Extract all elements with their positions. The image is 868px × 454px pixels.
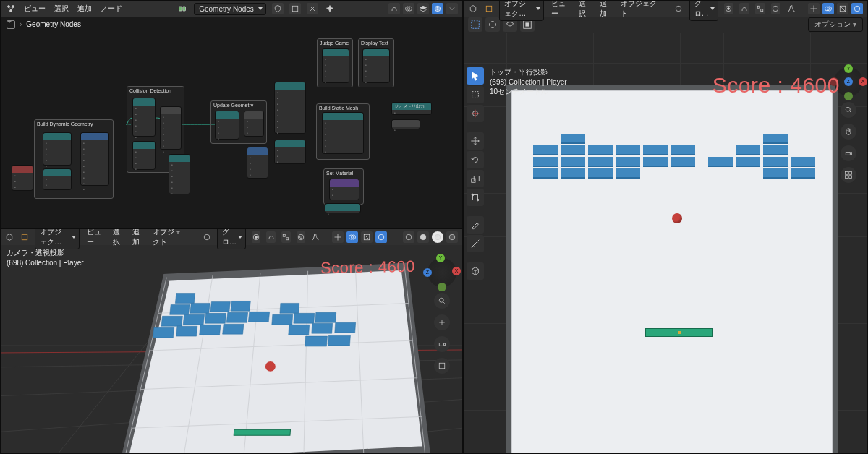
mode-icon[interactable] xyxy=(484,3,494,14)
node[interactable]: •••••• xyxy=(132,98,156,137)
overlay-toggle-icon[interactable] xyxy=(346,231,358,243)
viewport-shading-drop-icon[interactable] xyxy=(375,231,387,243)
menu-view[interactable]: ビュー xyxy=(550,0,571,20)
layers-icon[interactable] xyxy=(417,3,429,14)
cursor-tool[interactable] xyxy=(467,67,484,85)
menu-add[interactable]: 追加 xyxy=(598,0,613,20)
pivot-icon[interactable] xyxy=(252,231,261,243)
node-tree-type-icon[interactable] xyxy=(176,3,188,14)
globe-icon[interactable] xyxy=(432,3,443,14)
home-icon[interactable] xyxy=(7,20,15,29)
snap-toggle-icon[interactable] xyxy=(388,3,400,14)
node[interactable]: ••••••• xyxy=(160,106,182,150)
orientation-gizmo[interactable]: Y Z X xyxy=(427,258,456,287)
orientation-icon[interactable] xyxy=(673,3,684,14)
menu-select[interactable]: 選択 xyxy=(577,0,592,20)
node[interactable]: • xyxy=(391,119,420,129)
perspective-toggle-icon[interactable] xyxy=(434,358,450,374)
node-tree-selector[interactable]: Geometry Nodes xyxy=(194,3,266,15)
rotate-tool[interactable] xyxy=(467,151,484,168)
measure-tool[interactable] xyxy=(467,235,484,252)
node[interactable]: •••• xyxy=(247,147,268,179)
mode-selector[interactable]: オブジェク… xyxy=(499,0,544,21)
node[interactable]: • xyxy=(325,203,361,213)
node[interactable]: ジオメトリ出力• xyxy=(391,102,432,115)
menu-view[interactable]: ビュー xyxy=(22,2,47,15)
pivot-icon[interactable] xyxy=(724,3,734,14)
unknown-glyph-icon[interactable]: 八 xyxy=(786,3,796,14)
fake-user-icon[interactable] xyxy=(289,3,301,14)
pin-icon[interactable] xyxy=(324,3,336,14)
menu-select[interactable]: 選択 xyxy=(111,228,126,249)
editor-type-icon[interactable] xyxy=(5,231,14,243)
node[interactable]: •• xyxy=(43,168,72,190)
viewport-canvas-persp[interactable]: Score : 4600 xyxy=(1,245,462,453)
menu-object[interactable]: オブジェクト xyxy=(619,0,659,20)
node[interactable]: ••••••••• xyxy=(80,132,109,186)
editor-type-icon[interactable] xyxy=(5,3,17,14)
snap-icon[interactable] xyxy=(266,231,276,243)
cursor-3d-tool[interactable] xyxy=(467,105,484,122)
select-box-icon[interactable] xyxy=(468,17,482,32)
solid-shading-icon[interactable] xyxy=(417,231,429,243)
move-tool[interactable] xyxy=(467,132,484,150)
editor-type-icon[interactable] xyxy=(468,3,478,14)
node[interactable]: ••• xyxy=(244,111,264,137)
node[interactable]: ••••• xyxy=(43,132,72,166)
menu-view[interactable]: ビュー xyxy=(85,228,106,249)
orientation-selector[interactable]: グロ… xyxy=(689,0,718,21)
menu-select[interactable]: 選択 xyxy=(53,2,70,15)
menu-node[interactable]: ノード xyxy=(99,2,124,15)
camera-icon[interactable] xyxy=(841,145,856,161)
node[interactable]: •••••• xyxy=(322,112,364,154)
gizmo-toggle-icon[interactable] xyxy=(808,3,820,14)
zoom-icon[interactable] xyxy=(434,293,450,309)
add-cube-tool[interactable] xyxy=(467,262,484,280)
overlay-toggle-icon[interactable] xyxy=(403,3,414,14)
node[interactable]: •••••• xyxy=(169,154,190,194)
orientation-selector[interactable]: グロ… xyxy=(217,228,246,249)
proportional-icon[interactable] xyxy=(297,231,306,243)
rendered-shading-icon[interactable] xyxy=(446,231,458,243)
wireframe-shading-icon[interactable] xyxy=(403,231,414,243)
select-circle-icon[interactable] xyxy=(485,17,500,32)
annotate-tool[interactable] xyxy=(467,216,484,234)
orientation-icon[interactable] xyxy=(202,231,211,243)
unknown-glyph-icon[interactable]: 八 xyxy=(311,231,320,243)
proportional-icon[interactable] xyxy=(771,3,781,14)
node[interactable]: •• xyxy=(329,179,359,200)
node[interactable]: •••• xyxy=(215,111,239,140)
xray-icon[interactable] xyxy=(837,3,848,14)
scale-tool[interactable] xyxy=(467,170,484,187)
chevron-down-icon[interactable] xyxy=(446,3,458,14)
node[interactable]: ••••• xyxy=(322,48,349,83)
perspective-toggle-icon[interactable] xyxy=(841,167,856,183)
node[interactable]: ••• xyxy=(274,140,306,164)
snap-target-icon[interactable] xyxy=(755,3,765,14)
pan-icon[interactable] xyxy=(841,124,856,140)
node[interactable]: •••• xyxy=(132,141,156,170)
xray-icon[interactable] xyxy=(361,231,373,243)
viewport-canvas-top[interactable]: Y X Z トップ・平行投影 (698) Collection | Player… xyxy=(464,33,867,453)
node[interactable]: ••••• xyxy=(362,48,390,83)
material-shading-icon[interactable] xyxy=(432,231,443,243)
mode-icon[interactable] xyxy=(20,231,30,243)
transform-tool[interactable] xyxy=(467,189,484,206)
mode-selector[interactable]: オブジェク… xyxy=(35,228,80,249)
snap-target-icon[interactable] xyxy=(281,231,291,243)
node[interactable]: ••• xyxy=(12,165,33,191)
overlay-toggle-icon[interactable] xyxy=(822,3,834,14)
menu-add[interactable]: 追加 xyxy=(131,228,145,249)
viewport-options[interactable]: オプション ▾ xyxy=(808,17,863,32)
menu-add[interactable]: 追加 xyxy=(76,2,93,15)
menu-object[interactable]: オブジェクト xyxy=(151,228,188,249)
node-canvas[interactable]: Build Dynamic GeometryCollision Detectio… xyxy=(1,17,462,228)
zoom-icon[interactable] xyxy=(841,102,856,118)
pan-icon[interactable] xyxy=(434,314,450,330)
snap-icon[interactable] xyxy=(739,3,749,14)
viewport-shading-drop-icon[interactable] xyxy=(851,3,863,14)
unlink-icon[interactable] xyxy=(307,3,318,14)
gizmo-toggle-icon[interactable] xyxy=(332,231,344,243)
shield-icon[interactable] xyxy=(272,3,284,14)
select-tool[interactable] xyxy=(467,86,484,103)
